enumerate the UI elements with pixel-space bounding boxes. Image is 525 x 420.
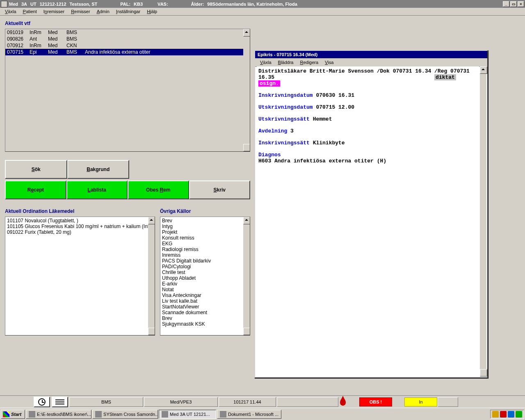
source-row[interactable]: PACS Digitalt bildarkiv [160, 258, 243, 264]
status-tail [438, 397, 458, 407]
app-icon [1, 1, 7, 7]
epikris-title: Epikris - 070715 16.34 (Med) [255, 51, 487, 58]
ep-menu-bladdra[interactable]: Bläddra [275, 59, 297, 66]
ep-menu-vaxla[interactable]: Växla [257, 59, 275, 66]
titlebar: Med 3A UT 121212-1212 Testsson, ST PAL: … [0, 0, 525, 8]
bakgrund-button[interactable]: Bakgrund [67, 160, 130, 179]
age-value: 98 [207, 2, 212, 7]
title-ut: UT [30, 2, 37, 7]
taskbar-item[interactable]: SYSteam Cross Samordn... [92, 410, 158, 419]
tray-icon[interactable] [492, 411, 499, 418]
source-row[interactable]: Uthopp Abladet [160, 275, 243, 281]
clock-icon[interactable] [34, 397, 50, 407]
source-row[interactable]: Intyg [160, 224, 243, 229]
pal-label: PAL: [120, 2, 130, 7]
ep-menu-redigera[interactable]: Redigera [297, 59, 322, 66]
lablista-button[interactable]: Lablista [66, 180, 128, 199]
lines-icon[interactable] [52, 397, 68, 407]
scrollbar[interactable] [243, 217, 250, 335]
status-empty [277, 397, 338, 407]
menu-patient[interactable]: Patient [20, 8, 40, 15]
ordination-title: Aktuell Ordination Läkemedel [5, 208, 155, 214]
ordination-row[interactable]: 101105 Glucos Fresenius Kabi 100 mg/ml +… [5, 224, 148, 229]
ep-header: Distriktsläkare Britt-Marie Svensson /Do… [258, 68, 477, 87]
taskbar-item[interactable]: Med 3A UT 12121... [159, 410, 216, 419]
source-row[interactable]: Sjukgymnastik KSK [160, 321, 243, 327]
age-label: Ålder: [191, 2, 204, 7]
scrollbar[interactable] [480, 66, 486, 377]
region: Södermanlands län, Katrineholm, Floda [212, 2, 297, 7]
source-row[interactable]: Brev [160, 315, 243, 321]
taskbar-item[interactable]: Dokument1 - Microsoft ... [217, 410, 281, 419]
vtf-row[interactable]: 070715EpiMedBMSAndra infektiösa externa … [5, 49, 243, 55]
source-row[interactable]: PAD/Cytologi [160, 264, 243, 269]
obs-button[interactable]: OBS ! [359, 397, 392, 406]
sok-button[interactable]: Sök [5, 160, 67, 179]
epikris-field: Inskrivningssätt Klinikbyte [258, 140, 477, 146]
taskbar: Start E:\E-testkod\BMS ikoner\...SYSteam… [0, 408, 525, 420]
source-row[interactable]: Visa Anteckningar [160, 292, 243, 298]
status-bms: BMS [69, 397, 143, 407]
vtf-listbox[interactable]: 091019InRmMedBMS090826AntMedBMS070912InR… [5, 29, 250, 152]
recept-button[interactable]: Recept [5, 180, 66, 199]
vtf-row[interactable]: 091019InRmMedBMS [5, 29, 243, 36]
vtf-row[interactable]: 090826AntMedBMS [5, 36, 243, 42]
title-app: Med [9, 2, 18, 7]
tray-icon[interactable] [508, 411, 514, 418]
system-tray[interactable] [490, 410, 524, 419]
scrollbar[interactable] [148, 217, 155, 335]
vtf-row[interactable]: 070912InRmMedCKN [5, 42, 243, 49]
menubar: Växla Patient Inremisser Remisser Admin … [0, 8, 525, 16]
minimize-button[interactable]: _ [503, 1, 509, 7]
sources-listbox[interactable]: BrevIntygProjektKonsult remissEKGRadiolo… [160, 217, 250, 336]
sources-title: Övriga Källor [160, 208, 250, 214]
epikris-field: Utskrivningssätt Hemmet [258, 116, 477, 122]
menu-inremisser[interactable]: Inremisser [40, 8, 68, 15]
source-row[interactable]: Brev [160, 218, 243, 224]
menu-hjalp[interactable]: Hjälp [144, 8, 160, 15]
epikris-field: Utskrivningsdatum 070715 12.00 [258, 104, 477, 110]
status-datetime: 101217 11.44 [219, 397, 276, 407]
in-button[interactable]: In [404, 397, 437, 406]
source-row[interactable]: Projekt [160, 229, 243, 235]
start-button[interactable]: Start [1, 410, 25, 419]
source-row[interactable]: Notat [160, 287, 243, 292]
ordination-row[interactable]: 091022 Furix (Tablett, 20 mg) [5, 229, 148, 235]
windows-flag-icon [3, 411, 9, 417]
tray-icon[interactable] [516, 411, 522, 418]
menu-installningar[interactable]: Inställningar [113, 8, 144, 15]
menu-admin[interactable]: Admin [94, 8, 113, 15]
task-icon [162, 411, 168, 418]
source-row[interactable]: E-arkiv [160, 281, 243, 287]
maximize-button[interactable]: ▭ [510, 1, 517, 7]
ep-menu-visa[interactable]: Visa [322, 59, 337, 66]
epikris-field: Avdelning 3 [258, 128, 477, 134]
diagnos-value: H603 Andra infektiösa externa otiter (H) [258, 158, 386, 164]
obesrem-button[interactable]: Obes Rem [128, 180, 189, 199]
menu-remisser[interactable]: Remisser [68, 8, 93, 15]
source-row[interactable]: Inremiss [160, 252, 243, 258]
menu-vaxla[interactable]: Växla [2, 8, 20, 15]
scrollbar[interactable] [243, 29, 250, 151]
source-row[interactable]: Liv test kalle.bat [160, 298, 243, 304]
task-icon [29, 411, 35, 418]
taskbar-item[interactable]: E:\E-testkod\BMS ikoner\... [26, 410, 91, 419]
epikris-field: Inskrivningsdatum 070630 16.31 [258, 92, 477, 98]
source-row[interactable]: Radiologi remiss [160, 247, 243, 252]
source-row[interactable]: EKG [160, 241, 243, 247]
skriv-button[interactable]: Skriv [189, 180, 251, 199]
source-row[interactable]: StartNotatViewer [160, 304, 243, 310]
ordination-listbox[interactable]: 101107 Novalucol (Tuggtablett, )101105 G… [5, 217, 155, 336]
epikris-body: Distriktsläkare Britt-Marie Svensson /Do… [257, 66, 479, 376]
epikris-window: Epikris - 070715 16.34 (Med) Växla Blädd… [254, 50, 488, 378]
source-row[interactable]: Konsult remiss [160, 235, 243, 241]
tray-icon[interactable] [500, 411, 507, 418]
source-row[interactable]: Chrille test [160, 269, 243, 275]
close-button[interactable]: × [518, 1, 524, 7]
ordination-row[interactable]: 101107 Novalucol (Tuggtablett, ) [5, 218, 148, 224]
status-medvpe: Med/VPE3 [144, 397, 218, 407]
epikris-menubar: Växla Bläddra Redigera Visa [255, 58, 487, 67]
pal-value: KB3 [134, 2, 143, 7]
source-row[interactable]: Scannade dokument [160, 310, 243, 315]
status-diktat: diktat [434, 74, 456, 80]
